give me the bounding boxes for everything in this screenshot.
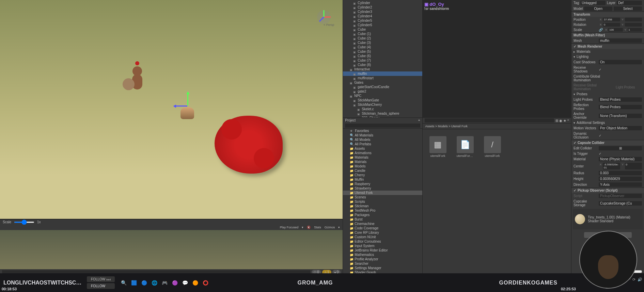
asset-browser[interactable]: ⊞◉★ᴴ Assets > Models > Utensil Fork ▦ute… [423,117,571,282]
hierarchy-item[interactable]: Cube (5) [343,49,422,54]
gizmos-button[interactable]: Gizmos [325,226,335,229]
favorite-item[interactable]: 🔍 All Models [343,137,422,142]
hierarchy-item[interactable]: Cube (7) [343,58,422,63]
package-item[interactable]: Editor Coroutines [343,239,422,244]
follow-button[interactable]: FOLLOW bed [87,276,115,282]
reflection-probes-dropdown[interactable]: Blend Probes [599,105,642,109]
breadcrumb[interactable]: Assets > Models > Utensil Fork [423,124,571,129]
hierarchy-item[interactable]: Cube (8) [343,63,422,67]
hierarchy-item[interactable]: Cube (3) [343,40,422,45]
edit-collider-button[interactable]: ⊞ [599,146,642,150]
package-item[interactable]: Cinemachine [343,222,422,226]
taskbar-icon[interactable]: 🟣 [171,279,178,287]
folder-item[interactable]: Models [343,164,422,168]
asset-item[interactable]: /utensilFork [484,136,501,158]
folder-item[interactable]: Strawberry [343,186,422,191]
probes-section[interactable]: Probes [577,92,587,96]
center-y-field[interactable]: 0 [625,163,642,169]
hierarchy-item[interactable]: Cylinder [343,1,422,5]
asset-item[interactable]: 📄utensilFork... [457,136,474,158]
transform-component[interactable]: Transform [574,13,590,16]
hierarchy-item[interactable]: Cylinder5 [343,18,422,23]
taskbar-icon[interactable]: 🌐 [151,279,158,287]
hierarchy-item[interactable]: gate2 [343,89,422,94]
materials-section[interactable]: Materials [577,50,591,53]
material-preview[interactable]: Tiny_treets_1.001 (Material)Shader Stand… [573,209,643,229]
lock-icon[interactable]: 🔗 [599,28,603,32]
taskbar-icon[interactable]: ⭕ [202,279,209,287]
hierarchy-item[interactable]: Skelet.c [343,107,422,111]
stats-button[interactable]: Stats [314,226,321,229]
package-item[interactable]: JetBrains Rider Editor [343,248,422,253]
hierarchy-item[interactable]: Interactive [343,67,422,71]
game-view[interactable] [0,230,343,269]
favorite-item[interactable]: 🔍 All Materials [343,133,422,137]
project-search[interactable] [345,124,420,128]
favorite-item[interactable]: 🔍 All Prefabs [343,142,422,146]
follow-button-2[interactable]: FOLLOW [87,283,115,289]
scene-view[interactable]: < Persp [0,0,343,219]
lighting-section[interactable]: Lighting [577,55,588,59]
hierarchy-item[interactable]: Cube (1) [343,32,422,36]
package-item[interactable]: Mathematics [343,253,422,257]
package-item[interactable]: Custom NUnit [343,235,422,239]
folder-item[interactable]: Scripts [343,199,422,204]
layer-dropdown[interactable]: Def [617,1,642,5]
tray-sync-icon[interactable]: ⟳ [632,277,635,282]
scale-y-field[interactable]: 1 [628,28,642,32]
hierarchy-item[interactable]: Cube (6) [343,54,422,58]
folder-item[interactable]: Muffin [343,177,422,182]
is-trigger-checkbox[interactable]: ✓ [599,152,601,156]
direction-dropdown[interactable]: Y-Axis [599,182,642,187]
transform-gizmo[interactable] [177,92,204,119]
folder-item[interactable]: Matrials [343,160,422,164]
hierarchy-item[interactable]: StickManCherry [343,102,422,107]
folder-item[interactable]: Raspberry [343,182,422,186]
anchor-override-field[interactable]: None (Transform) [599,114,642,118]
folder-item[interactable]: Candle [343,168,422,173]
package-item[interactable]: Searcher [343,261,422,266]
hierarchy-item[interactable]: Cube (2) [343,36,422,40]
package-item[interactable]: Input System [343,244,422,248]
dynamic-occlusion-checkbox[interactable]: ✓ [599,134,601,137]
receive-shadows-checkbox[interactable]: ✓ [599,68,601,71]
star-icon[interactable]: ★ [563,119,566,123]
hierarchy-item[interactable]: Cylinder3 [343,10,422,14]
assets-folder[interactable]: Assets [355,147,365,150]
folder-item[interactable]: Animations [343,151,422,155]
hierarchy-item[interactable]: NPC [343,94,422,98]
hierarchy-item[interactable]: Cube (4) [343,45,422,49]
folder-item[interactable]: Scenes [343,195,422,199]
favorites-label[interactable]: Favorites [355,129,369,133]
position-x-field[interactable]: 37.958 [603,18,620,21]
package-item[interactable]: Settings Manager [343,266,422,270]
filter-icon[interactable]: ⊞ [555,119,558,123]
light-probes-dropdown[interactable]: Blend Probes [599,97,642,102]
hierarchy-item[interactable]: Cylinder2 [343,5,422,10]
hierarchy-item[interactable]: StickManGate [343,98,422,102]
hierarchy-item[interactable]: Cube [343,27,422,32]
taskbar-icon[interactable]: 🔵 [140,279,148,287]
add-icon[interactable]: + [418,118,420,122]
slash-icon[interactable]: ᴴ [567,119,569,123]
package-item[interactable]: Burst [343,217,422,222]
hierarchy-item[interactable]: muffinstart [343,76,422,80]
folder-item[interactable]: Materials [343,155,422,160]
center-x-field[interactable]: -8.556526e-01 [603,163,620,169]
rotation-y-field[interactable] [625,23,642,27]
hierarchy-item[interactable]: Cylinder6 [343,23,422,27]
taskbar-icon[interactable]: 🟠 [191,279,199,287]
play-focused-dropdown[interactable]: Play Focused [280,226,299,229]
meshfilter-component[interactable]: Muffin (Mesh Filter) [574,33,605,37]
folder-item[interactable]: Utensil Fork [343,191,422,195]
rotation-x-field[interactable]: 0 [603,23,620,27]
meshrenderer-component[interactable]: Mesh Renderer [578,45,602,48]
folder-item[interactable]: TextMesh Pro [343,208,422,213]
cupcake-storage-field[interactable]: CupcakeStorage (Cu [599,201,642,206]
package-item[interactable]: Core RP Library [343,230,422,235]
cast-shadows-dropdown[interactable]: On [599,60,642,64]
asset-item[interactable]: ▦utensilFork [429,136,446,158]
hierarchy-item[interactable]: Cylinder4 [343,14,422,18]
position-y-field[interactable] [625,18,642,21]
package-item[interactable]: Code Coverage [343,226,422,230]
